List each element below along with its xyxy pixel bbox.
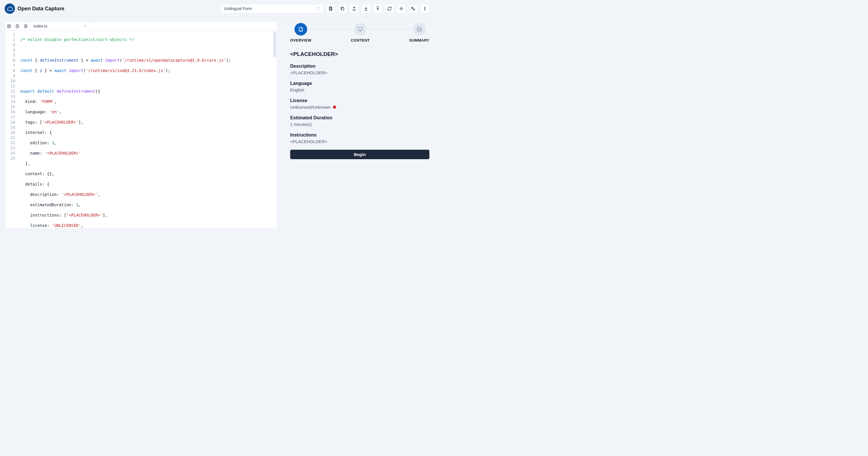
minimap[interactable] (273, 31, 276, 57)
begin-button[interactable]: Begin (290, 150, 429, 159)
editor-pane: index.ts 1234567891011121314151617181920… (5, 22, 277, 228)
file-up-button[interactable] (22, 22, 30, 31)
svg-point-4 (425, 10, 425, 10)
chevron-updown-icon (317, 7, 320, 10)
share-button[interactable] (350, 4, 359, 13)
editor-toolbar: index.ts (5, 22, 277, 31)
svg-point-2 (425, 7, 425, 7)
svg-point-1 (400, 8, 402, 9)
panel-title: <PLACEHOLDER> (290, 51, 429, 57)
document-icon (298, 26, 304, 32)
header: Open Data Capture Unilingual Form (0, 0, 434, 18)
split-panel-button[interactable] (5, 22, 13, 31)
app-title: Open Data Capture (18, 6, 64, 12)
language-label: Language (290, 81, 429, 86)
printer-icon (416, 26, 422, 32)
warning-icon (333, 105, 336, 109)
new-file-button[interactable] (13, 22, 22, 31)
svg-rect-6 (358, 27, 363, 30)
description-label: Description (290, 64, 429, 69)
logo (5, 3, 15, 14)
duration-label: Estimated Duration (290, 115, 429, 121)
monitor-icon (358, 26, 363, 32)
step-summary[interactable]: SUMMARY (409, 23, 429, 42)
step-content[interactable]: CONTENT (351, 23, 370, 42)
svg-point-3 (425, 8, 425, 9)
line-gutter: 1234567891011121314151617181920212223242… (5, 31, 18, 228)
step-overview[interactable]: OVERVIEW (290, 23, 311, 42)
steps: OVERVIEW CONTENT SUMMARY (290, 22, 429, 42)
translate-button[interactable] (408, 4, 417, 13)
download-button[interactable] (361, 4, 371, 13)
instructions-label: Instructions (290, 132, 429, 138)
duration-value: 1 minute(s) (290, 122, 429, 127)
refresh-button[interactable] (385, 4, 394, 13)
svg-rect-0 (342, 8, 344, 10)
type-select[interactable]: Unilingual Form (220, 4, 323, 13)
upload-button[interactable] (373, 4, 382, 13)
license-label: License (290, 98, 429, 103)
save-button[interactable] (326, 4, 335, 13)
instructions-value: <PLACEHOLDER> (290, 139, 429, 144)
license-value: Unlicensed/Unknown (290, 105, 429, 109)
code-content[interactable]: /* eslint-disable perfectionist/sort-obj… (18, 31, 277, 228)
more-button[interactable] (420, 4, 429, 13)
copy-button[interactable] (338, 4, 347, 13)
file-tab-name: index.ts (34, 24, 48, 28)
code-area[interactable]: 1234567891011121314151617181920212223242… (5, 31, 277, 228)
description-value: <PLACEHOLDER> (290, 70, 429, 75)
language-value: English (290, 88, 429, 92)
type-select-value: Unilingual Form (224, 6, 252, 11)
side-panel: OVERVIEW CONTENT SUMMARY <PLACEHOLDER> D… (277, 22, 429, 228)
close-tab-button[interactable] (84, 24, 87, 28)
file-tab[interactable]: index.ts (30, 22, 90, 31)
theme-button[interactable] (397, 4, 406, 13)
svg-rect-5 (7, 25, 11, 28)
